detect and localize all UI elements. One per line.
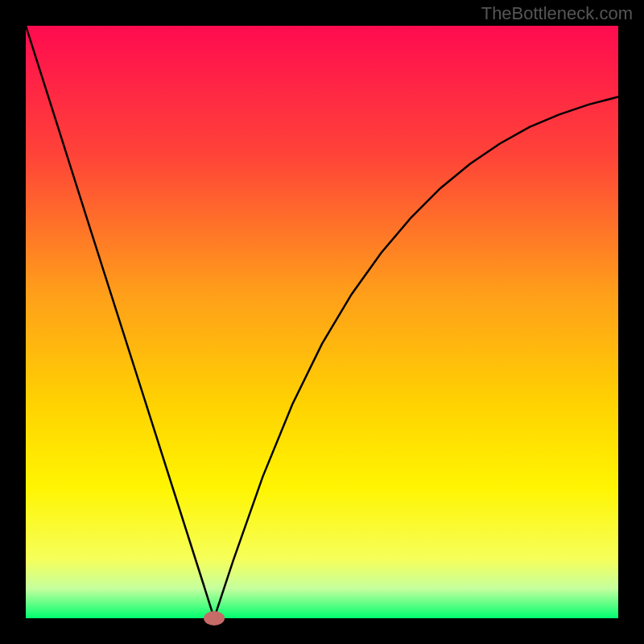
curve-line bbox=[26, 26, 618, 618]
minimum-marker bbox=[204, 611, 225, 625]
watermark-text: TheBottleneck.com bbox=[481, 3, 633, 24]
plot-area bbox=[26, 26, 618, 618]
